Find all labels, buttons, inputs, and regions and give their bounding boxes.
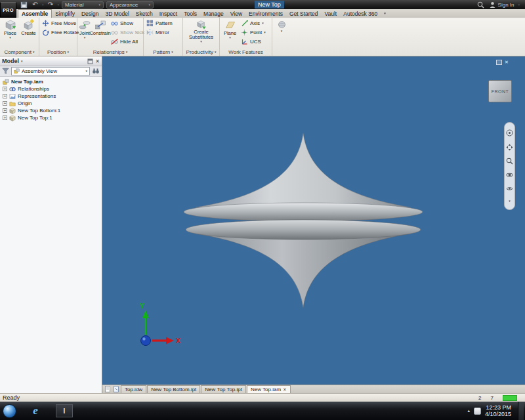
create-substitutes-button[interactable]: Create Substitutes ▾ (185, 18, 218, 49)
tree-item-new-top-bottom[interactable]: + New Top Bottom:1 (0, 107, 102, 114)
expander-icon[interactable]: + (3, 94, 7, 98)
inventor-taskbar-button[interactable]: I (56, 404, 73, 417)
create-icon (23, 19, 35, 31)
axis-button[interactable]: Axis ▾ (240, 18, 267, 28)
view-cube[interactable]: FRONT (488, 80, 512, 102)
application-menu-button[interactable]: PRO (0, 2, 16, 18)
material-dropdown[interactable]: Material ▾ (62, 1, 104, 9)
redo-caret-icon[interactable]: ▾ (58, 3, 60, 7)
tab-label: Get Started (289, 10, 318, 17)
navbar-more-caret-icon[interactable]: ▾ (509, 200, 511, 203)
chevron-down-icon: ▾ (67, 51, 69, 54)
show-hidden-icons-caret-icon[interactable]: ▴ (467, 408, 470, 413)
save-icon[interactable] (20, 1, 28, 9)
doc-tab-new-top-iam[interactable]: New Top.iam ✕ (247, 385, 291, 393)
panel-caption-relationships[interactable]: Relationships ▾ (77, 49, 143, 56)
ucs-button[interactable]: UCS (240, 37, 267, 46)
restore-window-icon[interactable] (496, 60, 502, 65)
pan-icon[interactable] (506, 144, 513, 151)
browser-close-icon[interactable]: ✕ (95, 58, 100, 64)
doc-tab-top-idw[interactable]: Top.idw (121, 385, 146, 393)
spinning-top-model[interactable] (184, 133, 423, 308)
graphics-viewport[interactable]: Y X FRONT ✕ ▾ (102, 56, 525, 385)
joint-button[interactable]: Joint ▾ (79, 18, 91, 49)
tab-autodesk-360[interactable]: Autodesk 360 (340, 9, 381, 18)
pin-icon[interactable] (87, 58, 93, 64)
browser-toolbar: Assembly View ▾ (0, 66, 102, 77)
create-button[interactable]: Create (20, 18, 37, 49)
view-mode-dropdown[interactable]: Assembly View ▾ (11, 67, 90, 75)
tab-inspect[interactable]: Inspect (156, 9, 180, 18)
tree-item-new-top-top[interactable]: + New Top Top:1 (0, 114, 102, 121)
expander-icon[interactable]: + (3, 116, 7, 120)
expander-icon[interactable]: + (3, 87, 7, 91)
expander-icon[interactable]: + (3, 108, 7, 113)
constrain-button[interactable]: Constrain (91, 18, 109, 49)
browser-header[interactable]: Model ▾ ✕ (0, 56, 102, 66)
look-at-icon[interactable] (506, 185, 513, 192)
panel-caption-pattern[interactable]: Pattern ▾ (144, 49, 182, 56)
show-button[interactable]: Show (110, 18, 146, 28)
close-icon[interactable]: ✕ (283, 387, 287, 392)
tree-item-root[interactable]: New Top.iam (0, 78, 102, 85)
mirror-button[interactable]: Mirror (145, 28, 174, 37)
sphere-icon (278, 20, 286, 29)
taskbar-clock[interactable]: 12:23 PM 4/10/2015 (485, 404, 511, 417)
model-doc-icon[interactable] (104, 386, 111, 392)
internet-explorer-button[interactable]: e (26, 403, 45, 419)
tab-manage[interactable]: Manage (200, 9, 227, 18)
chevron-down-icon[interactable]: ▾ (518, 3, 520, 7)
place-button[interactable]: Place ▾ (1, 18, 19, 49)
axis-label: Axis (250, 20, 260, 26)
navigation-wheel-icon[interactable] (506, 129, 513, 136)
plane-button[interactable]: Plane ▾ (221, 18, 239, 49)
panel-caption-component[interactable]: Component ▾ (0, 49, 39, 56)
redo-icon[interactable]: ↷ (47, 1, 55, 9)
tab-vault[interactable]: Vault (321, 9, 340, 18)
undo-caret-icon[interactable]: ▾ (42, 3, 44, 7)
tab-3d-model[interactable]: 3D Model (102, 9, 132, 18)
undo-icon[interactable]: ↶ (31, 1, 39, 9)
tab-overflow-caret-icon[interactable]: ▾ (384, 9, 386, 18)
tree-item-representations[interactable]: + Representations (0, 93, 102, 100)
doc-tab-new-top-top[interactable]: New Top Top.ipt (201, 385, 246, 393)
panel-caption-position[interactable]: Position ▾ (39, 49, 77, 56)
tab-environments[interactable]: Environments (245, 9, 286, 18)
free-rotate-button[interactable]: Free Rotate (41, 28, 80, 37)
tray-app-icon[interactable] (474, 408, 481, 415)
tab-assemble[interactable]: Assemble (18, 9, 52, 18)
tab-simplify[interactable]: Simplify (52, 9, 78, 18)
tree-item-origin[interactable]: + Origin (0, 100, 102, 107)
sign-in-button[interactable]: Sign In (489, 1, 514, 9)
tab-view[interactable]: View (227, 9, 245, 18)
show-desktop-button[interactable] (518, 402, 524, 420)
start-button[interactable] (3, 404, 16, 418)
ribbon-overflow-button[interactable]: ▾ (276, 20, 287, 33)
close-window-icon[interactable]: ✕ (505, 60, 509, 65)
panel-caption-productivity[interactable]: Productivity ▾ (183, 49, 219, 56)
tab-get-started[interactable]: Get Started (286, 9, 321, 18)
show-sick-button[interactable]: Show Sick (110, 28, 146, 37)
tab-sketch[interactable]: Sketch (133, 9, 156, 18)
panel-caption-work-features[interactable]: Work Features (220, 49, 272, 56)
pattern-button[interactable]: Pattern (145, 18, 174, 28)
point-button[interactable]: Point ▾ (240, 28, 267, 37)
tab-label: Simplify (55, 10, 75, 17)
zoom-icon[interactable] (506, 158, 513, 165)
find-icon[interactable] (92, 68, 100, 75)
hide-all-button[interactable]: Hide All (110, 37, 146, 46)
doc-tab-new-top-bottom[interactable]: New Top Bottom.ipt (147, 385, 200, 393)
tree-item-relationships[interactable]: + Relationships (0, 85, 102, 93)
drawing-doc-icon[interactable] (113, 386, 119, 392)
filter-icon[interactable] (2, 68, 9, 75)
tab-tools[interactable]: Tools (180, 9, 200, 18)
appearance-dropdown[interactable]: Appearance ▾ (106, 1, 154, 9)
chevron-down-icon: ▾ (171, 51, 173, 54)
expander-icon[interactable]: + (3, 101, 7, 106)
tab-design[interactable]: Design (78, 9, 102, 18)
3d-model-canvas[interactable]: Y X (102, 56, 525, 385)
search-icon[interactable] (476, 1, 485, 9)
free-move-button[interactable]: Free Move (41, 18, 80, 28)
orbit-icon[interactable] (506, 171, 513, 178)
browser-tree: New Top.iam + Relationships + Representa… (0, 77, 102, 393)
